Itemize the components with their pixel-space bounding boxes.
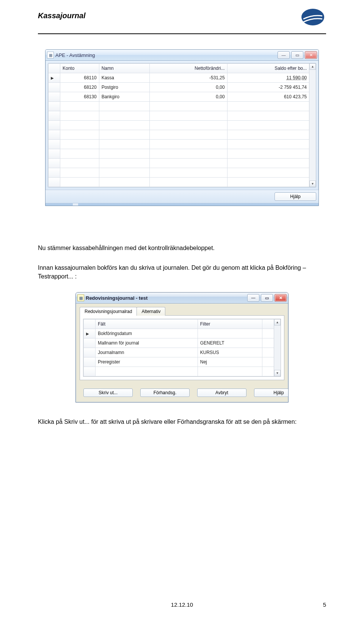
cell-namn[interactable]: Kassa bbox=[99, 73, 150, 83]
cell-filter[interactable]: GENERELT bbox=[198, 338, 262, 348]
table-row[interactable] bbox=[49, 178, 309, 187]
scroll-up[interactable]: ▲ bbox=[274, 319, 281, 326]
cell-netto[interactable]: 0,00 bbox=[150, 92, 227, 102]
statusbar bbox=[46, 203, 318, 206]
page-header: Kassajournal bbox=[38, 11, 326, 34]
cell-saldo[interactable]: 11 590,00 bbox=[227, 73, 309, 83]
col-konto[interactable]: Konto bbox=[60, 64, 99, 73]
footer-pagenum: 5 bbox=[323, 601, 326, 608]
cell-falt[interactable]: Bokföringsdatum bbox=[96, 329, 198, 338]
cell-namn[interactable]: Postgiro bbox=[99, 83, 150, 92]
table-row[interactable] bbox=[49, 111, 309, 121]
scrollbar[interactable]: ▲ ▼ bbox=[274, 319, 281, 376]
cell-falt[interactable]: Journalnamn bbox=[96, 348, 198, 357]
cell-konto[interactable]: 68120 bbox=[60, 83, 99, 92]
col-falt[interactable]: Fält bbox=[96, 319, 198, 329]
maximize-button[interactable]: ▭ bbox=[291, 51, 303, 59]
cell-falt[interactable]: Mallnamn för journal bbox=[96, 338, 198, 348]
help-button[interactable]: Hjälp bbox=[254, 389, 289, 397]
report-icon: ▤ bbox=[77, 294, 84, 301]
table-row[interactable]: JournalnamnKURSUS bbox=[84, 348, 274, 357]
cell-konto[interactable]: 68130 bbox=[60, 92, 99, 102]
paragraph-2: Innan kassajournalen bokförs kan du skri… bbox=[38, 264, 326, 281]
close-button[interactable]: ✕ bbox=[305, 51, 317, 59]
cell-falt[interactable]: Preregister bbox=[96, 357, 198, 367]
cell-netto[interactable]: 0,00 bbox=[150, 83, 227, 92]
window-title: APE - Avstämning bbox=[55, 52, 278, 58]
col-spacer bbox=[262, 319, 274, 329]
table-row[interactable]: PreregisterNej bbox=[84, 357, 274, 367]
titlebar[interactable]: ▤ Redovisningsjournal - test — ▭ ✕ bbox=[76, 293, 288, 304]
row-indicator bbox=[84, 338, 96, 348]
cell-saldo[interactable]: 610 423,75 bbox=[227, 92, 309, 102]
table-row[interactable]: Mallnamn för journalGENERELT bbox=[84, 338, 274, 348]
table-row[interactable] bbox=[49, 121, 309, 130]
cell-filter[interactable]: Nej bbox=[198, 357, 262, 367]
row-indicator bbox=[49, 92, 60, 102]
cell-netto[interactable]: -531,25 bbox=[150, 73, 227, 83]
table-row[interactable]: ▶Bokföringsdatum bbox=[84, 329, 274, 338]
cell-filter[interactable]: KURSUS bbox=[198, 348, 262, 357]
table-row[interactable] bbox=[49, 159, 309, 168]
close-button[interactable]: ✕ bbox=[275, 294, 287, 302]
svg-point-0 bbox=[301, 9, 324, 25]
rowhead-corner bbox=[84, 319, 96, 329]
cancel-button[interactable]: Avbryt bbox=[197, 389, 246, 397]
scrollbar[interactable]: ▲ ▼ bbox=[309, 63, 316, 187]
window-title: Redovisningsjournal - test bbox=[86, 295, 247, 301]
row-indicator: ▶ bbox=[49, 73, 60, 83]
tab-redovisningsjournalrad[interactable]: Redovisningsjournalrad bbox=[80, 307, 137, 316]
row-indicator bbox=[49, 83, 60, 92]
scroll-down[interactable]: ▼ bbox=[274, 370, 281, 376]
page-footer: 12.12.10 5 bbox=[38, 601, 326, 608]
titlebar[interactable]: ▦ APE - Avstämning — ▭ ✕ bbox=[46, 50, 318, 61]
table-row[interactable] bbox=[49, 149, 309, 159]
balance-table[interactable]: Konto Namn Nettoförändri... Saldo efter … bbox=[48, 63, 309, 187]
table-row[interactable] bbox=[49, 130, 309, 140]
preview-button[interactable]: Förhandsg. bbox=[140, 389, 190, 397]
minimize-button[interactable]: — bbox=[278, 51, 290, 59]
cell-namn[interactable]: Bankgiro bbox=[99, 92, 150, 102]
col-namn[interactable]: Namn bbox=[99, 64, 150, 73]
rowhead-corner bbox=[49, 64, 60, 73]
window-redovisningsjournal: ▤ Redovisningsjournal - test — ▭ ✕ Redov… bbox=[75, 292, 289, 403]
col-filter[interactable]: Filter bbox=[198, 319, 262, 329]
paragraph-1: Nu stämmer kassabehållningen med det kon… bbox=[38, 244, 326, 252]
row-indicator bbox=[84, 348, 96, 357]
table-row[interactable] bbox=[49, 168, 309, 178]
page-title: Kassajournal bbox=[38, 11, 86, 20]
table-row[interactable] bbox=[49, 102, 309, 111]
table-row[interactable]: ▶68110Kassa-531,2511 590,00 bbox=[49, 73, 309, 83]
filter-table[interactable]: Fält Filter ▶BokföringsdatumMallnamn för… bbox=[83, 319, 274, 376]
tab-alternativ[interactable]: Alternativ bbox=[136, 307, 165, 316]
col-netto[interactable]: Nettoförändri... bbox=[150, 64, 227, 73]
help-button[interactable]: Hjälp bbox=[275, 192, 316, 201]
footer-date: 12.12.10 bbox=[171, 601, 193, 608]
tab-panel: Fält Filter ▶BokföringsdatumMallnamn för… bbox=[80, 315, 284, 380]
window-avstamning: ▦ APE - Avstämning — ▭ ✕ Konto Namn Nett… bbox=[45, 49, 319, 206]
tab-strip: Redovisningsjournalrad Alternativ bbox=[80, 307, 284, 315]
table-row[interactable] bbox=[84, 367, 274, 376]
table-row[interactable]: 68130Bankgiro0,00610 423,75 bbox=[49, 92, 309, 102]
minimize-button[interactable]: — bbox=[247, 294, 259, 302]
paragraph-3: Klicka på Skriv ut... för att skriva ut … bbox=[38, 418, 326, 426]
cell-filter[interactable] bbox=[198, 329, 262, 338]
print-button[interactable]: Skriv ut... bbox=[83, 389, 133, 397]
row-indicator bbox=[84, 357, 96, 367]
grid-icon: ▦ bbox=[47, 52, 54, 58]
maximize-button[interactable]: ▭ bbox=[261, 294, 273, 302]
scroll-up[interactable]: ▲ bbox=[309, 63, 316, 70]
table-row[interactable] bbox=[49, 140, 309, 149]
col-saldo[interactable]: Saldo efter bo... bbox=[227, 64, 309, 73]
cell-konto[interactable]: 68110 bbox=[60, 73, 99, 83]
scroll-down[interactable]: ▼ bbox=[309, 181, 316, 187]
logo-icon bbox=[300, 8, 326, 27]
cell-saldo[interactable]: -2 759 451,74 bbox=[227, 83, 309, 92]
table-row[interactable]: 68120Postgiro0,00-2 759 451,74 bbox=[49, 83, 309, 92]
row-indicator: ▶ bbox=[84, 329, 96, 338]
